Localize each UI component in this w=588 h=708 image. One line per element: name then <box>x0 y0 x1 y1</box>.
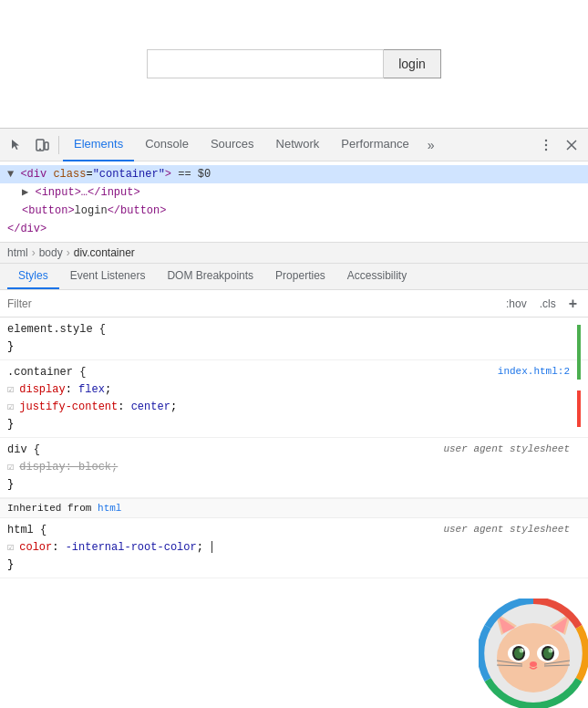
filter-actions: :hov .cls + <box>502 294 581 314</box>
rule-source-div: user agent stylesheet <box>443 442 570 457</box>
tab-more[interactable]: » <box>420 129 442 161</box>
styles-content: element.style { } .container { index.htm… <box>0 318 588 708</box>
device-icon[interactable] <box>29 132 55 158</box>
login-input[interactable] <box>147 49 384 78</box>
tab-network[interactable]: Network <box>265 129 331 161</box>
rule-closing-html: } <box>0 557 588 574</box>
filter-bar: :hov .cls + <box>0 290 588 318</box>
rule-prop-color[interactable]: ☑color: -internal-root-color; <box>0 539 588 557</box>
svg-point-5 <box>545 148 547 150</box>
text-cursor <box>211 541 212 553</box>
svg-point-22 <box>530 661 537 667</box>
tree-line-close-div[interactable]: </div> <box>0 220 588 238</box>
breadcrumb: html › body › div.container <box>0 243 588 264</box>
rule-selector-html[interactable]: html { user agent stylesheet <box>0 522 588 539</box>
styles-tab-event-listeners[interactable]: Event Listeners <box>59 264 157 289</box>
gutter-bar-red <box>577 390 581 427</box>
tab-console[interactable]: Console <box>134 129 200 161</box>
login-button[interactable]: login <box>384 49 441 78</box>
html-tree: ▼ <div class="container"> == $0 ▶ <input… <box>0 161 588 243</box>
toolbar-separator <box>58 136 59 154</box>
gutter-bar-green <box>577 325 581 380</box>
page-area: login <box>0 0 588 128</box>
vertical-dots-icon[interactable] <box>533 132 559 158</box>
cat-icon-area <box>479 599 588 708</box>
rule-source-html: user agent stylesheet <box>443 522 570 537</box>
style-rule-container: .container { index.html:2 ☑display: flex… <box>0 360 588 438</box>
svg-rect-1 <box>45 142 48 150</box>
rule-selector-container[interactable]: .container { index.html:2 <box>0 364 588 381</box>
svg-point-4 <box>545 143 547 145</box>
breadcrumb-sep-1: › <box>32 246 36 259</box>
filter-input[interactable] <box>7 297 502 310</box>
inherited-label: Inherited from html <box>0 498 588 518</box>
filter-add-button[interactable]: + <box>565 294 581 314</box>
style-rule-div: div { user agent stylesheet ☑display: bl… <box>0 438 588 498</box>
style-rule-html: html { user agent stylesheet ☑color: -in… <box>0 518 588 578</box>
devtools-panel: Elements Console Sources Network Perform… <box>0 128 588 708</box>
tab-sources[interactable]: Sources <box>200 129 265 161</box>
rule-prop-display-div[interactable]: ☑display: block; <box>0 459 588 476</box>
svg-point-20 <box>514 648 523 659</box>
rule-closing-div: } <box>0 476 588 494</box>
rule-source-container[interactable]: index.html:2 <box>498 364 570 380</box>
tree-line-button[interactable]: <button>login</button> <box>0 202 588 220</box>
filter-hov-button[interactable]: :hov <box>502 296 531 312</box>
styles-tab-properties[interactable]: Properties <box>264 264 336 289</box>
svg-point-21 <box>543 648 552 659</box>
close-icon[interactable] <box>559 132 584 158</box>
rule-selector-div[interactable]: div { user agent stylesheet <box>0 442 588 459</box>
devtools-toolbar: Elements Console Sources Network Perform… <box>0 129 588 161</box>
styles-tab-styles[interactable]: Styles <box>7 264 59 289</box>
styles-tab-accessibility[interactable]: Accessibility <box>336 264 418 289</box>
styles-tab-dom-breakpoints[interactable]: DOM Breakpoints <box>156 264 264 289</box>
filter-cls-button[interactable]: .cls <box>536 296 560 312</box>
breadcrumb-sep-2: › <box>67 246 70 259</box>
rule-prop-justify[interactable]: ☑justify-content: center; <box>0 399 588 416</box>
login-form: login <box>147 49 441 78</box>
tree-line-container[interactable]: ▼ <div class="container"> == $0 <box>0 165 588 183</box>
rule-selector-element[interactable]: element.style { <box>0 321 588 338</box>
rule-prop-display[interactable]: ☑display: flex; <box>0 381 588 399</box>
tree-line-input[interactable]: ▶ <input>…</input> <box>0 183 588 202</box>
rule-closing-element: } <box>0 338 588 356</box>
breadcrumb-body[interactable]: body <box>39 246 63 259</box>
tab-performance[interactable]: Performance <box>330 129 419 161</box>
toolbar-end-icons <box>533 132 584 158</box>
cat-icon <box>479 599 588 708</box>
breadcrumb-html[interactable]: html <box>7 246 28 259</box>
tab-elements[interactable]: Elements <box>63 129 134 161</box>
svg-point-9 <box>497 623 570 692</box>
svg-point-3 <box>545 139 547 141</box>
inspector-icon[interactable] <box>4 132 29 158</box>
breadcrumb-container[interactable]: div.container <box>74 246 135 259</box>
rule-closing-container: } <box>0 416 588 433</box>
styles-tabs: Styles Event Listeners DOM Breakpoints P… <box>0 264 588 290</box>
style-rule-element: element.style { } <box>0 318 588 360</box>
